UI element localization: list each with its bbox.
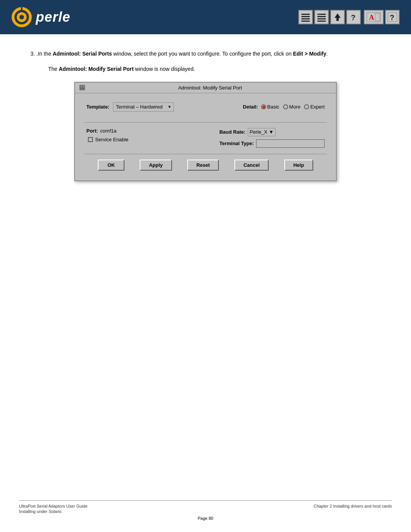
- baud-section: Baud Rate: Perle_X ▼ Terminal Type:: [219, 128, 325, 148]
- dialog-window: — Admintool: Modify Serial Port Template…: [74, 82, 337, 181]
- toolbar-group-1: ?: [298, 10, 361, 24]
- svg-text:?: ?: [351, 13, 355, 22]
- dialog-buttons: OK Apply Reset Cancel Help: [83, 160, 328, 174]
- footer: UltraPort Serial Adaptors User Guide Ins…: [0, 500, 411, 521]
- dialog-title: Admintool: Modify Serial Port: [89, 85, 331, 91]
- sub-suffix: window is now displayed.: [134, 66, 195, 72]
- sub-text: The Admintool: Modify Serial Port window…: [30, 65, 381, 73]
- perle-logo-icon: [11, 7, 32, 27]
- step-suffix: .: [326, 51, 328, 57]
- svg-rect-4: [301, 14, 310, 15]
- terminal-type-line: Terminal Type:: [219, 139, 325, 148]
- svg-marker-13: [335, 13, 341, 18]
- page-header: perle ? A: [0, 0, 411, 34]
- svg-rect-14: [336, 18, 339, 21]
- terminal-type-label: Terminal Type:: [219, 141, 254, 146]
- toolbar-icon-question[interactable]: ?: [346, 10, 361, 24]
- terminal-type-input[interactable]: [256, 139, 325, 148]
- svg-point-2: [19, 15, 24, 19]
- port-section: Port: comf1a Service Enable: [86, 128, 128, 142]
- template-label: Template:: [86, 104, 109, 110]
- page-number: Page 80: [19, 516, 392, 521]
- port-line: Port: comf1a: [86, 128, 128, 134]
- step-number: 3.: [30, 51, 35, 57]
- footer-right-text: Chapter 2 Installing drivers and host ca…: [314, 504, 392, 508]
- sub-prefix: The: [48, 66, 59, 72]
- footer-content: UltraPort Serial Adaptors User Guide Ins…: [19, 504, 392, 514]
- svg-rect-7: [301, 21, 310, 22]
- template-value: Terminal – Hardwired: [116, 104, 162, 110]
- port-value: comf1a: [100, 128, 116, 134]
- step-3-text: 3. .In the Admintool: Serial Ports windo…: [30, 50, 381, 58]
- svg-text:?: ?: [390, 13, 394, 22]
- port-label: Port:: [86, 128, 98, 134]
- step-middle: window, select the port you want to conf…: [112, 51, 293, 57]
- help-button[interactable]: Help: [284, 160, 313, 171]
- template-section: Template: Terminal – Hardwired ▼: [86, 102, 174, 112]
- svg-rect-12: [318, 14, 320, 15]
- radio-basic-label: Basic: [267, 104, 279, 110]
- service-enable-checkbox[interactable]: [88, 137, 93, 142]
- reset-button[interactable]: Reset: [187, 160, 219, 171]
- detail-label: Detail:: [243, 104, 258, 110]
- footer-separator: [19, 500, 392, 501]
- dialog-body: Template: Terminal – Hardwired ▼ Detail:…: [75, 93, 336, 181]
- separator-2: [84, 154, 327, 154]
- radio-expert[interactable]: Expert: [304, 104, 325, 110]
- header-toolbar: ? A ?: [298, 10, 400, 24]
- logo-text: perle: [36, 9, 70, 25]
- radio-basic[interactable]: Basic: [261, 104, 279, 110]
- radio-expert-circle: [304, 104, 309, 109]
- radio-expert-label: Expert: [310, 104, 325, 110]
- baud-rate-value: Perle_X: [250, 129, 267, 135]
- svg-rect-3: [21, 7, 22, 12]
- footer-right: Chapter 2 Installing drivers and host ca…: [314, 504, 392, 514]
- footer-left: UltraPort Serial Adaptors User Guide Ins…: [19, 504, 88, 514]
- titlebar-menu-icon[interactable]: —: [80, 85, 85, 90]
- radio-more[interactable]: More: [283, 104, 301, 110]
- toolbar-icon-help[interactable]: ?: [385, 10, 400, 24]
- svg-rect-6: [301, 18, 310, 19]
- app-name: Admintool: Serial Ports: [53, 51, 112, 57]
- detail-radio-group: Basic More Expert: [261, 104, 325, 110]
- toolbar-icon-a[interactable]: A: [364, 10, 384, 24]
- baud-rate-arrow: ▼: [269, 129, 274, 135]
- radio-basic-circle: [261, 104, 266, 109]
- apply-button[interactable]: Apply: [140, 160, 172, 171]
- svg-rect-11: [317, 21, 326, 22]
- service-enable-line[interactable]: Service Enable: [86, 137, 128, 142]
- template-select[interactable]: Terminal – Hardwired ▼: [113, 102, 174, 112]
- detail-section: Detail: Basic More Expert: [243, 104, 325, 110]
- svg-text:A: A: [369, 14, 374, 21]
- template-detail-row: Template: Terminal – Hardwired ▼ Detail:…: [83, 99, 328, 115]
- svg-rect-10: [317, 18, 326, 19]
- toolbar-icon-list1[interactable]: [298, 10, 313, 24]
- svg-rect-18: [375, 13, 380, 21]
- svg-rect-5: [301, 16, 310, 17]
- dialog-titlebar: — Admintool: Modify Serial Port: [75, 83, 336, 93]
- baud-rate-line: Baud Rate: Perle_X ▼: [219, 128, 325, 136]
- svg-rect-9: [317, 16, 326, 17]
- toolbar-icon-upload[interactable]: [330, 10, 345, 24]
- cancel-button[interactable]: Cancel: [234, 160, 269, 171]
- baud-rate-select[interactable]: Perle_X ▼: [248, 128, 276, 136]
- step-action: Edit > Modify: [293, 51, 327, 57]
- port-baud-row: Port: comf1a Service Enable Baud Rate: P…: [83, 128, 328, 148]
- step-prefix: .In the: [37, 51, 53, 57]
- radio-more-label: More: [289, 104, 301, 110]
- sub-bold: Admintool: Modify Serial Port: [59, 66, 134, 72]
- toolbar-icon-list2[interactable]: [314, 10, 329, 24]
- template-dropdown-arrow: ▼: [168, 105, 172, 109]
- ok-button[interactable]: OK: [98, 160, 124, 171]
- baud-rate-label: Baud Rate:: [219, 129, 245, 135]
- footer-left-line2: Installing under Solaris: [19, 509, 88, 514]
- toolbar-group-2: A ?: [364, 10, 400, 24]
- radio-more-circle: [283, 104, 288, 109]
- separator-1: [84, 122, 327, 123]
- service-enable-label: Service Enable: [95, 137, 128, 142]
- logo-area: perle: [11, 7, 70, 27]
- main-content: 3. .In the Admintool: Serial Ports windo…: [0, 34, 411, 204]
- footer-left-line1: UltraPort Serial Adaptors User Guide: [19, 504, 88, 508]
